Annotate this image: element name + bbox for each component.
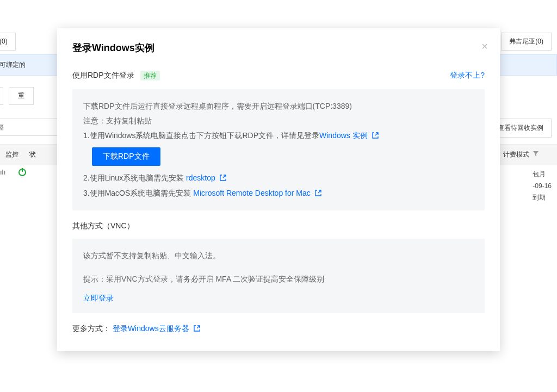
login-windows-modal: 登录Windows实例 × 使用RDP文件登录 推荐 登录不上? 下载RDP文件… (57, 28, 500, 351)
modal-backdrop: 登录Windows实例 × 使用RDP文件登录 推荐 登录不上? 下载RDP文件… (0, 0, 557, 392)
rdp-section-header: 使用RDP文件登录 推荐 登录不上? (72, 71, 485, 80)
step1-text: 1.使用Windows系统电脑直接点击下方按钮下载RDP文件，详情见登录 (83, 131, 319, 140)
modal-title: 登录Windows实例 (72, 41, 485, 54)
vnc-desc: 该方式暂不支持复制粘贴、中文输入法。 (83, 248, 474, 263)
close-icon[interactable]: × (481, 40, 488, 53)
external-link-icon (194, 325, 200, 331)
more-ways-link[interactable]: 登录Windows云服务器 (113, 324, 200, 333)
rdp-label: 使用RDP文件登录 (72, 71, 134, 79)
vnc-tip: 提示：采用VNC方式登录，请务必开启 MFA 二次验证提高安全保障级别 (83, 272, 474, 287)
more-ways-prefix: 更多方式： (72, 324, 110, 333)
cant-login-link[interactable]: 登录不上? (450, 71, 485, 80)
vnc-section-title: 其他方式（VNC） (72, 221, 485, 231)
windows-instance-link[interactable]: Windows 实例 (319, 131, 379, 140)
external-link-icon (372, 128, 379, 135)
recommend-tag: 推荐 (140, 71, 160, 80)
vnc-box: 该方式暂不支持复制粘贴、中文输入法。 提示：采用VNC方式登录，请务必开启 MF… (72, 239, 485, 313)
download-rdp-button[interactable]: 下载RDP文件 (92, 147, 160, 166)
rdp-desc: 下载RDP文件后运行直接登录远程桌面程序，需要开启远程登录端口(TCP:3389… (83, 99, 474, 114)
step2-text: 2.使用Linux系统电脑需先安装 (83, 173, 186, 182)
msrdp-mac-link[interactable]: Microsoft Remote Desktop for Mac (193, 189, 321, 197)
rdp-note: 注意：支持复制粘贴 (83, 114, 474, 128)
rdp-box: 下载RDP文件后运行直接登录远程桌面程序，需要开启远程登录端口(TCP:3389… (72, 89, 485, 210)
step3-text: 3.使用MacOS系统电脑需先安装 (83, 189, 193, 197)
more-ways: 更多方式： 登录Windows云服务器 (72, 324, 485, 334)
login-now-link[interactable]: 立即登录 (83, 294, 114, 303)
rdesktop-link[interactable]: rdesktop (186, 173, 226, 182)
external-link-icon (315, 186, 321, 192)
external-link-icon (220, 171, 226, 177)
